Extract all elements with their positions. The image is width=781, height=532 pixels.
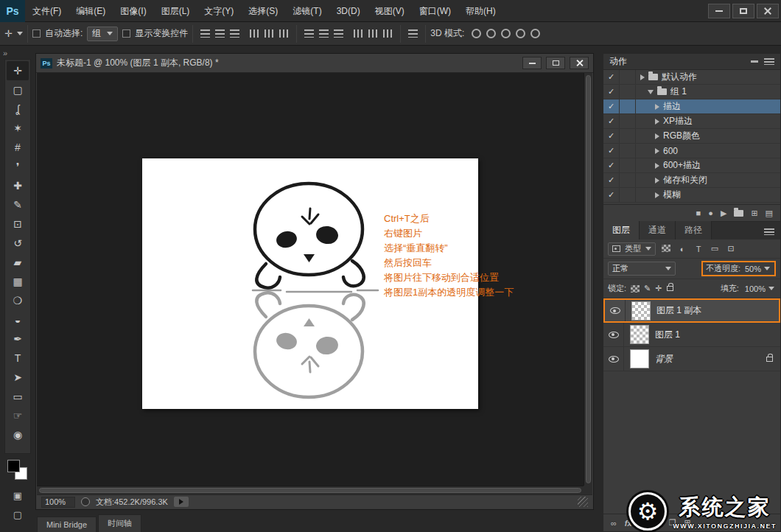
distribute-top-icon[interactable] [304,29,314,38]
layer-name[interactable]: 图层 1 [655,329,780,341]
action-check[interactable]: ✓ [603,85,620,99]
panel-menu-icon[interactable] [764,228,774,235]
color-swatches[interactable] [7,460,29,482]
action-dialog-toggle[interactable] [620,158,636,172]
action-check[interactable]: ✓ [603,144,620,158]
action-check[interactable]: ✓ [603,99,620,113]
stop-icon[interactable]: ■ [696,209,701,217]
new-action-icon[interactable]: ⊞ [751,209,757,218]
menu-3d[interactable]: 3D(D) [329,0,368,22]
vertical-scrollbar[interactable] [584,73,592,486]
action-set-label[interactable]: 默认动作 [662,71,697,83]
menu-layer[interactable]: 图层(L) [154,0,197,22]
action-check[interactable]: ✓ [603,114,620,128]
tab-channels[interactable]: 通道 [640,221,676,239]
layer-name[interactable]: 背景 [655,353,766,365]
healing-brush-tool[interactable]: ✚ [7,176,29,195]
visibility-toggle[interactable] [603,347,624,371]
auto-align-icon[interactable] [408,29,418,38]
shape-tool[interactable]: ▭ [7,387,29,406]
3d-rotate-icon[interactable] [472,29,481,38]
gradient-tool[interactable]: ▦ [7,272,29,291]
blend-mode-dropdown[interactable]: 正常 [608,262,676,276]
eyedropper-tool[interactable]: ❜ [7,157,29,176]
collapse-chevron-icon[interactable]: » [3,49,7,57]
menu-window[interactable]: 窗口(W) [412,0,458,22]
type-tool[interactable]: T [7,349,29,368]
layer-name[interactable]: 图层 1 副本 [656,304,779,317]
move-tool-icon[interactable]: ✛ [4,28,13,39]
foreground-color-swatch[interactable] [7,460,20,472]
app-minimize-button[interactable] [708,4,730,18]
auto-select-dropdown[interactable]: 组 [87,27,118,41]
distribute-hcenter-icon[interactable] [368,29,378,38]
align-vcenter-icon[interactable] [215,29,225,38]
distribute-left-icon[interactable] [354,29,363,38]
action-row[interactable]: ✓ 储存和关闭 [603,173,780,188]
tool-preset-caret-icon[interactable] [17,32,23,35]
action-row[interactable]: ✓ 组 1 [603,85,780,99]
expand-arrow-icon[interactable] [655,104,659,110]
expand-arrow-icon[interactable] [655,133,659,139]
hand-tool[interactable]: ☞ [7,406,29,425]
opacity-control-highlighted[interactable]: 不透明度: 50% [701,261,776,276]
action-label[interactable]: XP描边 [663,115,693,127]
doc-close-button[interactable] [570,57,589,69]
filter-type-dropdown[interactable]: 类型 [608,242,656,256]
action-dialog-toggle[interactable] [620,85,636,99]
play-icon[interactable]: ▶ [721,209,726,218]
menu-image[interactable]: 图像(I) [113,0,153,22]
align-right-icon[interactable] [279,29,289,38]
record-icon[interactable]: ● [708,209,713,217]
status-options-button[interactable] [174,497,189,507]
filter-shape-icon[interactable]: ▭ [709,244,721,253]
expand-arrow-icon[interactable] [655,178,659,183]
brush-tool[interactable]: ✎ [7,195,29,214]
horizontal-scrollbar[interactable] [37,486,584,494]
menu-file[interactable]: 文件(F) [25,0,69,22]
action-dialog-toggle[interactable] [620,114,636,128]
layer-row[interactable]: 图层 1 [603,323,780,347]
action-row[interactable]: ✓ RGB颜色 [603,129,780,144]
new-set-icon[interactable] [734,210,743,217]
action-dialog-toggle[interactable] [620,144,636,158]
distribute-right-icon[interactable] [383,29,393,38]
action-dialog-toggle[interactable] [620,129,636,143]
expand-arrow-icon[interactable] [655,163,659,169]
3d-roll-icon[interactable] [486,29,496,38]
screen-mode-button[interactable]: ▢ [10,507,26,522]
3d-slide-icon[interactable] [516,29,525,38]
align-top-icon[interactable] [200,29,210,38]
show-transform-checkbox[interactable] [122,29,130,38]
quick-selection-tool[interactable]: ✶ [7,119,29,138]
app-close-button[interactable] [757,4,779,18]
tab-timeline[interactable]: 时间轴 [98,514,141,532]
3d-pan-icon[interactable] [501,29,511,38]
panel-menu-icon[interactable] [764,58,774,65]
action-row[interactable]: ✓ 600 [603,144,780,158]
lasso-tool[interactable]: ʆ [7,99,29,119]
action-row-selected[interactable]: ✓ 描边 [603,99,780,114]
lock-pixels-icon[interactable]: ✎ [644,284,651,293]
action-check[interactable]: ✓ [603,129,620,143]
filter-adjustment-icon[interactable]: ◐ [676,245,688,253]
blur-tool[interactable]: ❍ [7,291,29,310]
lock-all-icon[interactable] [667,286,673,291]
filter-pixel-icon[interactable] [662,245,670,252]
expand-arrow-icon[interactable] [655,119,659,125]
menu-type[interactable]: 文字(Y) [197,0,241,22]
quick-mask-button[interactable]: ▣ [10,488,26,503]
collapse-icon[interactable] [751,60,758,63]
vertical-scrollbar-thumb[interactable] [586,75,591,483]
align-bottom-icon[interactable] [230,29,239,38]
layer-thumbnail[interactable] [631,301,651,321]
3d-scale-icon[interactable] [530,29,540,38]
action-dialog-toggle[interactable] [620,173,636,187]
layer-row-selected[interactable]: 图层 1 副本 [603,298,780,323]
opacity-value-field[interactable]: 50% [743,265,771,273]
app-maximize-button[interactable] [732,4,754,18]
action-label[interactable]: RGB颜色 [663,130,700,142]
horizontal-scrollbar-thumb[interactable] [39,488,581,493]
pen-tool[interactable]: ✒ [7,329,29,349]
action-label[interactable]: 描边 [663,100,681,113]
